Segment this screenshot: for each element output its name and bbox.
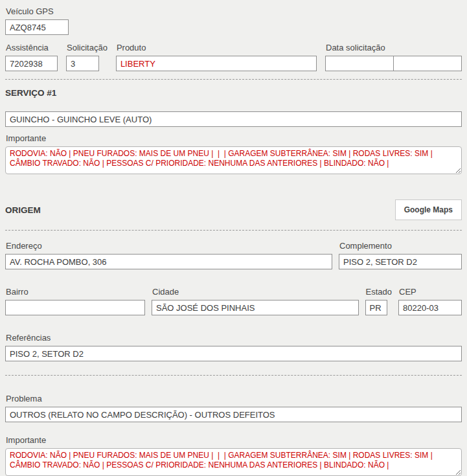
data-solicitacao-inputs — [325, 56, 462, 71]
cep-input[interactable] — [398, 300, 462, 315]
servico-input[interactable] — [5, 111, 462, 127]
cidade-field: Cidade — [152, 287, 359, 315]
importante-textarea[interactable]: RODOVIA: NÃO | PNEU FURADOS: MAIS DE UM … — [5, 146, 462, 174]
cidade-input[interactable] — [152, 300, 359, 315]
servico-title: SERVIÇO #1 — [5, 88, 462, 98]
estado-field: Estado — [365, 287, 392, 315]
complemento-field: Complemento — [339, 241, 462, 269]
cidade-label: Cidade — [152, 287, 359, 297]
header-fields-row: Assistência Solicitação Produto Data sol… — [5, 43, 462, 71]
bairro-row: Bairro Cidade Estado CEP — [5, 287, 462, 315]
bairro-label: Bairro — [6, 287, 145, 297]
bairro-input[interactable] — [5, 300, 145, 315]
origem-heading-row: ORIGEM Google Maps — [5, 199, 462, 220]
endereco-input[interactable] — [5, 254, 332, 269]
estado-input[interactable] — [365, 300, 387, 315]
solicitacao-label: Solicitação — [67, 43, 108, 52]
service-form-page: Veículo GPS Assistência Solicitação Prod… — [0, 0, 467, 476]
cep-label: CEP — [399, 287, 462, 297]
problema-label: Problema — [6, 394, 462, 403]
importante-label: Importante — [6, 133, 462, 143]
endereco-row: Endereço Complemento — [5, 241, 462, 269]
assistencia-input[interactable] — [5, 56, 58, 71]
solicitacao-field: Solicitação — [66, 43, 108, 71]
estado-label: Estado — [366, 287, 392, 297]
assistencia-label: Assistência — [6, 43, 58, 52]
google-maps-button[interactable]: Google Maps — [395, 199, 462, 220]
veiculo-gps-label: Veículo GPS — [6, 6, 462, 16]
produto-label: Produto — [117, 43, 317, 52]
data-solicitacao-input-1[interactable] — [325, 56, 394, 71]
endereco-label: Endereço — [6, 241, 332, 251]
section-divider-1 — [5, 79, 462, 80]
veiculo-gps-input[interactable] — [5, 19, 69, 35]
importante-2-textarea[interactable]: RODOVIA: NÃO | PNEU FURADOS: MAIS DE UM … — [5, 448, 462, 476]
section-divider-2 — [5, 230, 462, 231]
origem-title: ORIGEM — [5, 205, 41, 215]
cep-field: CEP — [398, 287, 462, 315]
bairro-field: Bairro — [5, 287, 145, 315]
problema-input[interactable] — [5, 407, 462, 422]
data-solicitacao-input-2[interactable] — [393, 56, 462, 71]
assistencia-field: Assistência — [5, 43, 58, 71]
data-solicitacao-field: Data solicitação — [325, 43, 462, 71]
produto-field: Produto — [116, 43, 317, 71]
produto-input[interactable] — [116, 56, 317, 71]
importante-2-label: Importante — [6, 435, 462, 445]
complemento-label: Complemento — [339, 241, 462, 251]
section-divider-3 — [5, 375, 462, 376]
referencias-label: Referências — [6, 333, 462, 343]
complemento-input[interactable] — [339, 254, 462, 269]
data-solicitacao-label: Data solicitação — [326, 43, 462, 52]
veiculo-gps-field: Veículo GPS — [5, 6, 462, 35]
referencias-input[interactable] — [5, 346, 462, 361]
solicitacao-input[interactable] — [66, 56, 99, 71]
endereco-field: Endereço — [5, 241, 332, 269]
